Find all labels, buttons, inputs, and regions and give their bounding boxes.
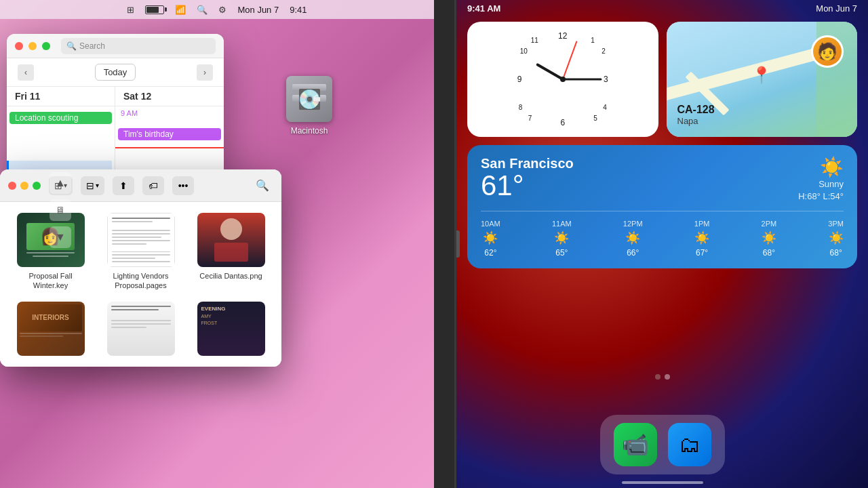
- pages-preview: [107, 213, 175, 267]
- finder-item-png[interactable]: Cecilia Dantas.png: [191, 213, 271, 291]
- weather-top-row: San Francisco 61° ☀️ Sunny H:68° L:54°: [481, 156, 844, 203]
- weather-hour-1pm: 1PM ☀️ 67°: [694, 220, 710, 258]
- finder-item-mag1[interactable]: INTERIORS: [11, 302, 90, 356]
- weather-icon-3pm: ☀️: [829, 230, 844, 245]
- maps-widget[interactable]: 🧑 📍 CA-128 Napa: [667, 22, 858, 137]
- macos-desktop: ⊞ 📶 🔍 ⚙ Mon Jun 7 9:41 💽 Macintosh 🔍: [0, 0, 434, 488]
- mag2-preview: [107, 302, 175, 356]
- control-icon[interactable]: ⚙: [218, 5, 226, 15]
- more-btn[interactable]: •••: [172, 176, 194, 195]
- clock-widget[interactable]: 12 3 6 9 1 11 2 10 5 7 4 8: [467, 22, 658, 137]
- keynote-filename: Proposal Fall Winter.key: [11, 271, 90, 291]
- search-icon: 🔍: [66, 41, 77, 51]
- finder-item-mag2[interactable]: [101, 302, 180, 356]
- scroll-up-btn[interactable]: ▲: [50, 172, 71, 194]
- finder-window-controls: [8, 182, 41, 190]
- maximize-dot[interactable]: [42, 42, 50, 50]
- scroll-controls: ▲ 🖥 ▼: [50, 172, 71, 248]
- battery-indicator: [145, 5, 164, 14]
- files-icon: 🗂: [679, 432, 701, 458]
- page-dot-1: [655, 374, 660, 380]
- png-preview: [197, 213, 265, 267]
- mag1-thumb: INTERIORS: [17, 302, 85, 356]
- clock-num-8: 8: [519, 104, 523, 111]
- menubar-time: 9:41: [290, 5, 307, 15]
- search-placeholder: Search: [79, 41, 105, 51]
- view-size-btn[interactable]: ⊟▾: [81, 176, 104, 195]
- weather-icon-2pm: ☀️: [762, 230, 776, 245]
- scroll-down-btn[interactable]: ▼: [50, 226, 71, 248]
- maps-route-name: CA-128: [677, 104, 847, 116]
- weather-widget[interactable]: San Francisco 61° ☀️ Sunny H:68° L:54°: [467, 145, 857, 268]
- weather-condition-icon: ☀️: [798, 156, 844, 178]
- dock-files-app[interactable]: 🗂: [668, 423, 711, 466]
- weather-hourly-row: 10AM ☀️ 62° 11AM ☀️ 65° 12PM ☀️ 66°: [481, 211, 844, 258]
- weather-right: ☀️ Sunny H:68° L:54°: [798, 156, 844, 203]
- weather-hour-12pm: 12PM ☀️ 66°: [623, 220, 643, 258]
- ipad-dock: 📹 🗂: [600, 415, 725, 474]
- png-thumb: [197, 213, 265, 267]
- share-btn[interactable]: ⬆: [113, 176, 134, 195]
- maps-pin: 📍: [751, 66, 772, 85]
- clock-num-9: 9: [517, 75, 522, 84]
- widgets-area: 12 3 6 9 1 11 2 10 5 7 4 8: [467, 22, 857, 268]
- weather-hour-2pm: 2PM ☀️ 68°: [762, 220, 777, 258]
- finder-minimize[interactable]: [20, 182, 28, 190]
- cal-next-btn[interactable]: ›: [197, 64, 213, 81]
- finder-search-btn[interactable]: 🔍: [252, 176, 273, 195]
- monitor-icon: 🖥: [50, 199, 71, 221]
- calendar-nav: ‹ Today ›: [7, 58, 224, 87]
- weather-hour-10am: 10AM ☀️ 62°: [481, 220, 500, 258]
- cal-day-fri: Fri 11: [7, 87, 115, 106]
- finder-maximize[interactable]: [33, 182, 41, 190]
- cal-today-btn[interactable]: Today: [95, 64, 136, 81]
- weather-icon-12pm: ☀️: [625, 230, 640, 245]
- pages-thumb: [107, 213, 175, 267]
- ipad-statusbar: 9:41 AM Mon Jun 7: [456, 0, 868, 16]
- clock-num-6: 6: [560, 118, 565, 127]
- minimize-dot[interactable]: [28, 42, 37, 50]
- clock-num-5: 5: [593, 115, 597, 122]
- clock-num-2: 2: [601, 47, 606, 55]
- finder-item-mag3[interactable]: EVENING AMY FROST: [191, 302, 271, 356]
- control-center-icon[interactable]: ⊞: [127, 5, 134, 15]
- cal-time-label: 9 AM: [115, 106, 224, 120]
- search-icon[interactable]: 🔍: [197, 5, 208, 15]
- finder-close[interactable]: [8, 182, 16, 190]
- ipad-frame: 9:41 AM Mon Jun 7 12 3 6 9 1: [454, 0, 868, 488]
- clock-second-hand: [562, 41, 577, 79]
- menubar: ⊞ 📶 🔍 ⚙ Mon Jun 7 9:41: [0, 0, 434, 19]
- dock-facetime-app[interactable]: 📹: [614, 423, 657, 466]
- clock-num-12: 12: [558, 31, 567, 41]
- finder-grid-row2: INTERIORS: [0, 302, 281, 367]
- location-scouting-event[interactable]: Location scouting: [9, 112, 112, 124]
- hdd-graphic: 💽: [286, 76, 332, 122]
- clock-face: 12 3 6 9 1 11 2 10 5 7 4 8: [512, 28, 614, 130]
- birthday-event[interactable]: Tim's birthday: [118, 128, 221, 140]
- cal-prev-btn[interactable]: ‹: [18, 64, 34, 81]
- keynote-line1: [26, 252, 74, 253]
- calendar-window: 🔍 Search ‹ Today › Fri 11 Sat 12 Locatio…: [7, 34, 224, 188]
- calendar-grid-header: Fri 11 Sat 12: [7, 87, 224, 106]
- mag3-thumb: EVENING AMY FROST: [197, 302, 265, 356]
- clock-center-dot: [560, 77, 566, 82]
- macintosh-hdd-icon[interactable]: 💽 Macintosh: [285, 75, 334, 136]
- calendar-titlebar: 🔍 Search: [7, 34, 224, 58]
- calendar-search[interactable]: 🔍 Search: [61, 38, 216, 54]
- maps-location-label: CA-128 Napa: [677, 104, 847, 126]
- weather-condition-text: Sunny H:68° L:54°: [798, 178, 844, 203]
- ipad-side: 9:41 AM Mon Jun 7 12 3 6 9 1: [434, 0, 868, 488]
- weather-hour-11am: 11AM ☀️ 65°: [552, 220, 572, 258]
- clock-num-1: 1: [591, 37, 595, 44]
- finder-item-pages[interactable]: Lighting Vendors Proposal.pages: [101, 213, 180, 291]
- weather-icon-11am: ☀️: [554, 230, 569, 245]
- mag3-preview: EVENING AMY FROST: [197, 302, 265, 356]
- weather-hour-3pm: 3PM ☀️ 68°: [828, 220, 844, 258]
- mag1-preview: INTERIORS: [17, 302, 85, 356]
- tag-btn[interactable]: 🏷: [142, 176, 164, 195]
- keynote-line2: [33, 256, 68, 257]
- cal-day-sat: Sat 12: [115, 87, 224, 106]
- close-dot[interactable]: [15, 42, 23, 50]
- weather-icon-10am: ☀️: [483, 230, 498, 245]
- ipad-side-button: [456, 230, 460, 258]
